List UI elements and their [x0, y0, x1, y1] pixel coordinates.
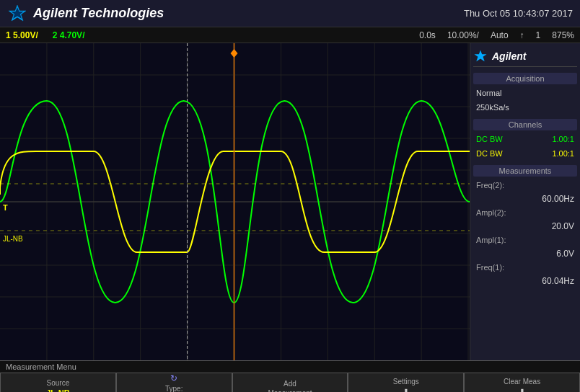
settings-label: Settings [393, 378, 419, 386]
acquisition-section-label: Acquisition [473, 73, 577, 84]
measurement-label: Measurement [268, 389, 312, 393]
acquisition-rate-row: 250kSa/s [473, 102, 577, 113]
scope-display: T JL-NB [0, 43, 470, 360]
svg-marker-22 [231, 49, 238, 58]
trigger-flag: ↑ [520, 30, 524, 40]
refresh-icon: ↻ [170, 373, 177, 383]
ch2-row: DC BW 1.00:1 [473, 133, 577, 145]
zoom-level: 875% [552, 30, 574, 40]
source-button[interactable]: Source JL-NB [0, 373, 116, 392]
trigger-mode: Auto [491, 30, 509, 40]
source-label: Source [47, 379, 70, 387]
meas-ampl1-row: Ampl(1): [473, 234, 577, 246]
meas-freq1-label: Freq(1): [476, 263, 504, 272]
meas-ampl2-row: Ampl(2): [473, 207, 577, 218]
right-panel: Agilent Acquisition Normal 250kSa/s Chan… [470, 43, 580, 360]
meas-ampl1-label: Ampl(1): [476, 236, 506, 244]
panel-header: Agilent [473, 46, 577, 67]
acquisition-mode-row: Normal [473, 87, 577, 99]
waveform-svg: T JL-NB [0, 43, 470, 360]
channel-bar: 1 5.00V/ 2 4.70V/ 0.0s 10.00%/ Auto ↑ 1 … [0, 27, 580, 43]
datetime: Thu Oct 05 10:43:07 2017 [464, 8, 573, 19]
ch1-row: DC BW 1.00:1 [473, 148, 577, 159]
ch-num: 1 [536, 30, 541, 40]
menu-title: Measurement Menu [0, 361, 580, 373]
ch1-indicator: 1 5.00V/ [6, 30, 38, 40]
meas-freq1-value: 60.04Hz [473, 276, 577, 286]
channels-section-label: Channels [473, 119, 577, 130]
ch1-ratio: 1.00:1 [552, 149, 574, 158]
add-measurement-button[interactable]: Add Measurement [232, 373, 348, 392]
meas-freq2-row: Freq(2): [473, 179, 577, 191]
panel-brand: Agilent [492, 50, 526, 62]
meas-ampl1-value: 6.0V [473, 249, 577, 259]
meas-freq2-label: Freq(2): [476, 181, 504, 190]
clear-meas-label: Clear Meas [504, 378, 540, 386]
add-label: Add [284, 380, 296, 388]
ch2-ratio: 1.00:1 [552, 135, 574, 143]
agilent-logo-icon [7, 4, 27, 24]
meas-freq1-row: Freq(1): [473, 262, 577, 273]
type-label: Type: [165, 385, 183, 392]
time-offset: 0.0s [419, 30, 436, 40]
svg-marker-28 [474, 50, 486, 61]
measurements-section-label: Measurements [473, 165, 577, 177]
logo-area: Agilent Technologies [7, 4, 164, 24]
acquisition-mode: Normal [476, 89, 501, 97]
type-button[interactable]: ↻ Type: Freq [116, 373, 232, 392]
source-value: JL-NB [46, 388, 69, 392]
ch2-bw-label: DC BW [476, 135, 503, 143]
time-info: 0.0s 10.00%/ Auto ↑ 1 875% [419, 30, 574, 40]
meas-freq2-value: 60.00Hz [473, 194, 577, 204]
settings-button[interactable]: Settings ⬇ [348, 373, 464, 392]
time-scale: 10.00%/ [447, 30, 479, 40]
main-area: T JL-NB Agilent Acquisition Normal 250kS… [0, 43, 580, 360]
menu-buttons: Source JL-NB ↻ Type: Freq Add Measuremen… [0, 373, 580, 392]
agilent-panel-logo-icon [473, 49, 488, 63]
ch1-bw-label: DC BW [476, 149, 503, 158]
clear-meas-arrow-icon: ⬇ [518, 387, 527, 392]
svg-text:JL-NB: JL-NB [3, 235, 23, 243]
menu-bar: Measurement Menu Source JL-NB ↻ Type: Fr… [0, 360, 580, 392]
acquisition-rate: 250kSa/s [476, 103, 509, 112]
header: Agilent Technologies Thu Oct 05 10:43:07… [0, 0, 580, 27]
meas-ampl2-label: Ampl(2): [476, 208, 506, 217]
ch2-indicator: 2 4.70V/ [53, 30, 85, 40]
meas-ampl2-value: 20.0V [473, 221, 577, 231]
settings-arrow-icon: ⬇ [402, 387, 410, 392]
clear-meas-button[interactable]: Clear Meas ⬇ [464, 373, 580, 392]
svg-text:T: T [3, 203, 8, 212]
company-name: Agilent Technologies [33, 6, 164, 21]
